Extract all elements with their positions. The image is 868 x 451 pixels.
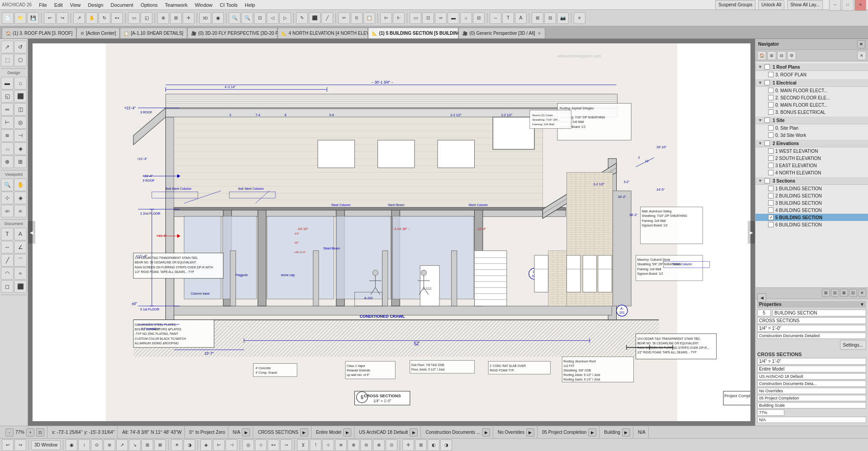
bt-snap4[interactable]: ◑ — [440, 439, 452, 451]
rotate-select-tool[interactable]: ↺ — [14, 41, 27, 53]
panel-nav-left[interactable]: ◀ — [757, 293, 766, 302]
bt-layer1[interactable]: ◎ — [242, 439, 254, 451]
distribute-btn[interactable]: ⊩ — [393, 12, 405, 24]
zoom-in-status[interactable]: + — [26, 428, 34, 437]
redo-btn[interactable]: ↪ — [57, 12, 68, 24]
text-tool-left[interactable]: T — [1, 228, 14, 240]
bt-extra7[interactable]: ⊗ — [373, 439, 385, 451]
bt-snap3[interactable]: ◐ — [428, 439, 439, 451]
status-view-arrow[interactable]: ▶ — [300, 428, 308, 437]
tab-north-elev[interactable]: 📐 4 NORTH ELEVATION [4 NORTH ELEVATI...] — [278, 28, 368, 38]
grid-btn[interactable]: ⊞ — [170, 12, 182, 24]
check-elevations[interactable] — [764, 141, 770, 146]
line-btn[interactable]: ╱ — [321, 12, 333, 24]
check-bsec5[interactable]: ✓ — [768, 215, 774, 220]
door-tool-left[interactable]: ⊢ — [1, 116, 14, 129]
panel-tool-5[interactable]: ✕ — [858, 289, 866, 297]
check-electrical[interactable] — [764, 80, 770, 85]
status-layer-arrow[interactable]: ▶ — [242, 428, 250, 437]
tree-group-elevations-header[interactable]: ▼ 2 Elevations — [755, 140, 868, 147]
check-3-roof[interactable] — [768, 72, 774, 77]
unlock-all-btn[interactable]: Unlock All — [758, 0, 784, 10]
bt-extra1[interactable]: ⊻ — [297, 439, 309, 451]
camera-tool2[interactable]: 📷 — [557, 12, 569, 24]
show-all-layers-btn[interactable]: Show All Lay... — [787, 0, 823, 10]
right-panel-close-x[interactable]: ✕ — [857, 51, 866, 60]
tree-item-main-elect1[interactable]: 0. MAIN FLOOR ELECT... — [755, 87, 868, 94]
panel-tool-2[interactable]: ⊟ — [831, 289, 839, 297]
menu-design[interactable]: Design — [85, 0, 107, 10]
status-project-arrow[interactable]: ▶ — [588, 428, 596, 437]
menu-window[interactable]: Window — [191, 0, 216, 10]
check-north-elev[interactable] — [768, 170, 774, 175]
menu-file[interactable]: File — [35, 0, 51, 10]
check-bsec2[interactable] — [768, 193, 774, 198]
bt-view3[interactable]: ⊙ — [91, 439, 103, 451]
navigator-settings[interactable]: ⚙ — [787, 51, 796, 60]
zoom-out-btn[interactable]: 🔍 — [241, 12, 253, 24]
tree-group-electrical-header[interactable]: ▼ 1 Electrical — [755, 79, 868, 87]
bt-render3[interactable]: ⊣ — [226, 439, 237, 451]
check-bsec4[interactable] — [768, 207, 774, 213]
tab-building-section[interactable]: 📐 (1) 5 BUILDING SECTION [5 BUILDING SE.… — [368, 28, 458, 38]
fit-btn[interactable]: ⊡ — [254, 12, 266, 24]
arrow-tool[interactable]: ↗ — [1, 41, 14, 53]
tree-item-site-plan[interactable]: 0. Site Plan — [755, 124, 868, 132]
tree-item-east-elev[interactable]: 3 EAST ELEVATION — [755, 162, 868, 169]
zoom-fit-status[interactable]: ⊡ — [36, 428, 44, 437]
elevation-marker[interactable]: ⊟ — [544, 12, 556, 24]
bt-render2[interactable]: ⊢ — [213, 439, 225, 451]
settings-btn[interactable]: Settings... — [840, 340, 866, 350]
check-3d-site[interactable] — [768, 132, 774, 138]
rect-tool-left[interactable]: ◻ — [1, 280, 14, 293]
tree-item-bonus-elec[interactable]: 3. BONUS ELECTRICAL — [755, 108, 868, 116]
pen-btn[interactable]: ✎ — [296, 12, 308, 24]
menu-options[interactable]: Options — [137, 0, 161, 10]
tree-item-bsec3[interactable]: 3 BUILDING SECTION — [755, 199, 868, 207]
panel-tool-3[interactable]: ⊠ — [840, 289, 848, 297]
bt-view2[interactable]: ↕ — [78, 439, 90, 451]
status-layer-combo-arrow[interactable]: ▶ — [410, 428, 418, 437]
angle-dim-tool[interactable]: ∠ — [14, 241, 27, 254]
bt-layer2[interactable]: ⊹ — [255, 439, 267, 451]
elevation-tool-left[interactable]: ◈ — [14, 192, 27, 204]
drawing-canvas[interactable]: www.nolrisorgsyon.com — [33, 43, 750, 421]
status-renov-arrow[interactable]: ▶ — [482, 428, 490, 437]
check-site[interactable] — [764, 117, 770, 123]
navigator-expand[interactable]: ⊞ — [767, 51, 776, 60]
navigator-tree[interactable]: ▼ 1 Roof Plans 3. ROOF PLAN ▼ 1 Electric… — [755, 61, 868, 287]
mirror-btn[interactable]: ⊷ — [111, 12, 123, 24]
polyline-tool-left[interactable]: ⌒ — [14, 254, 27, 267]
bt-3d-window[interactable]: 3D Window — [31, 440, 61, 450]
check-west-elev[interactable] — [768, 148, 774, 154]
check-bsec1[interactable] — [768, 186, 774, 191]
tree-group-roof-plans-header[interactable]: ▼ 1 Roof Plans — [755, 63, 868, 71]
slab-tool-left[interactable]: ◱ — [1, 90, 14, 103]
dim-tool-left[interactable]: ↔ — [1, 241, 14, 254]
drag-btn[interactable]: ✋ — [86, 12, 98, 24]
maximize-btn[interactable]: □ — [842, 0, 854, 11]
minimize-btn[interactable]: ─ — [829, 0, 841, 11]
bt-view7[interactable]: ⊞ — [142, 439, 153, 451]
menu-edit[interactable]: Edit — [51, 0, 66, 10]
check-bsec3[interactable] — [768, 200, 774, 206]
undo-btn[interactable]: ↩ — [44, 12, 56, 24]
ie-tool[interactable]: IE — [14, 205, 27, 217]
check-main-elect2[interactable] — [768, 102, 774, 108]
zone-tool-left[interactable]: ⊕ — [1, 155, 14, 168]
cw-tool-left[interactable]: ⊞ — [14, 155, 27, 168]
wall-tool-left[interactable]: ▬ — [1, 77, 14, 89]
bt-extra4[interactable]: ≋ — [335, 439, 347, 451]
bt-undo[interactable]: ↩ — [2, 439, 14, 451]
bt-view6[interactable]: ↘ — [129, 439, 141, 451]
panel-tool-4[interactable]: ⊡ — [849, 289, 857, 297]
panel-tool-1[interactable]: ⊞ — [822, 289, 830, 297]
tab-generic-persp[interactable]: 🎥 (0) Generic Perspective [3D / All] ✕ — [458, 28, 545, 38]
arc-tool-left[interactable]: ◠ — [1, 267, 14, 280]
slab-tool[interactable]: ▬ — [448, 12, 459, 24]
bt-extra2[interactable]: ⊺ — [310, 439, 321, 451]
prev-view-btn[interactable]: ◁ — [267, 12, 278, 24]
check-2nd-elect[interactable] — [768, 95, 774, 100]
bt-snap2[interactable]: ⊞ — [415, 439, 427, 451]
marquee2-btn[interactable]: ◱ — [141, 12, 152, 24]
